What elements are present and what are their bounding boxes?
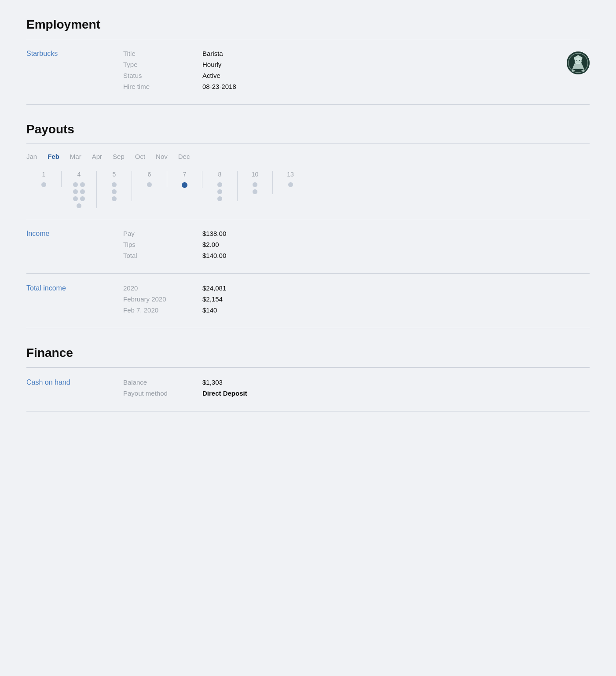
pay-value: $138.00	[202, 230, 226, 237]
balance-row: Balance $1,303	[123, 378, 590, 386]
finance-title: Finance	[26, 346, 590, 360]
starbucks-logo	[567, 51, 590, 74]
dot	[112, 182, 117, 187]
status-label: Status	[123, 72, 202, 79]
payouts-section: Payouts Jan Feb Mar Apr Sep Oct Nov Dec …	[26, 122, 590, 328]
tab-jan[interactable]: Jan	[26, 153, 37, 160]
total-income-label[interactable]: Total income	[26, 284, 123, 292]
dots-1	[41, 182, 46, 187]
dots-10	[253, 182, 257, 194]
tips-label: Tips	[123, 241, 202, 248]
dot	[253, 182, 257, 187]
cash-on-hand-label[interactable]: Cash on hand	[26, 378, 123, 386]
day-col-8: 8	[202, 171, 238, 201]
hire-time-value: 08-23-2018	[202, 83, 236, 90]
day-col-7: 7	[167, 171, 202, 188]
payout-method-value: Direct Deposit	[202, 389, 247, 397]
balance-label: Balance	[123, 378, 202, 386]
cash-on-hand-details: Balance $1,303 Payout method Direct Depo…	[123, 378, 590, 400]
employer-name[interactable]: Starbucks	[26, 50, 123, 58]
dot	[112, 196, 117, 201]
dot	[77, 203, 81, 208]
dot	[73, 182, 78, 187]
year-row: 2020 $24,081	[123, 284, 590, 292]
divider-payouts-bottom	[26, 328, 590, 328]
employer-details: Title Barista Type Hourly Status Active …	[123, 50, 554, 94]
payout-method-label: Payout method	[123, 389, 202, 397]
day-number-10: 10	[252, 171, 259, 178]
tab-feb[interactable]: Feb	[48, 153, 59, 160]
finance-section: Finance Cash on hand Balance $1,303 Payo…	[26, 346, 590, 411]
dot	[80, 189, 85, 194]
year-label: 2020	[123, 284, 202, 292]
tab-apr[interactable]: Apr	[92, 153, 102, 160]
tab-dec[interactable]: Dec	[178, 153, 190, 160]
month-value: $2,154	[202, 295, 223, 303]
day-number-1: 1	[42, 171, 46, 178]
dot	[41, 182, 46, 187]
dots-7	[182, 182, 187, 188]
day-value: $140	[202, 306, 217, 314]
cash-on-hand-row: Cash on hand Balance $1,303 Payout metho…	[26, 367, 590, 411]
employment-section: Employment Starbucks Title Barista Type …	[26, 18, 590, 105]
title-row: Title Barista	[123, 50, 554, 57]
total-income-row: Total income 2020 $24,081 February 2020 …	[26, 273, 590, 328]
dots-8	[217, 182, 222, 201]
dot	[217, 182, 222, 187]
day-number-5: 5	[113, 171, 116, 178]
tab-sep[interactable]: Sep	[113, 153, 125, 160]
month-tabs: Jan Feb Mar Apr Sep Oct Nov Dec	[26, 144, 590, 167]
tab-mar[interactable]: Mar	[70, 153, 81, 160]
dot	[288, 182, 293, 187]
dot	[217, 189, 222, 194]
day-label: Feb 7, 2020	[123, 306, 202, 314]
type-row: Type Hourly	[123, 61, 554, 68]
employment-title: Employment	[26, 18, 590, 32]
divider-finance-bottom	[26, 411, 590, 411]
dots-6	[147, 182, 152, 187]
year-value: $24,081	[202, 284, 226, 292]
dots-5	[112, 182, 117, 201]
day-number-7: 7	[183, 171, 187, 178]
pay-row: Pay $138.00	[123, 230, 590, 237]
dot	[217, 196, 222, 201]
day-col-4: 4	[62, 171, 97, 208]
day-col-1: 1	[26, 171, 62, 187]
total-income-details: 2020 $24,081 February 2020 $2,154 Feb 7,…	[123, 284, 590, 317]
title-value: Barista	[202, 50, 223, 57]
tab-oct[interactable]: Oct	[135, 153, 145, 160]
employment-row: Starbucks Title Barista Type Hourly Stat…	[26, 39, 590, 104]
tips-value: $2.00	[202, 241, 219, 248]
type-value: Hourly	[202, 61, 221, 68]
income-details: Pay $138.00 Tips $2.00 Total $140.00	[123, 230, 590, 263]
svg-point-4	[579, 60, 580, 61]
svg-point-3	[576, 60, 577, 61]
dot	[80, 182, 85, 187]
status-value: Active	[202, 72, 220, 79]
status-row: Status Active	[123, 72, 554, 79]
employer-logo-area	[554, 50, 590, 74]
payouts-title: Payouts	[26, 122, 590, 136]
title-label: Title	[123, 50, 202, 57]
type-label: Type	[123, 61, 202, 68]
divider-employment-bottom	[26, 104, 590, 105]
month-label: February 2020	[123, 295, 202, 303]
income-row: Income Pay $138.00 Tips $2.00 Total $140…	[26, 219, 590, 273]
day-col-6: 6	[132, 171, 167, 187]
day-number-13: 13	[287, 171, 294, 178]
balance-value: $1,303	[202, 378, 223, 386]
svg-point-2	[575, 58, 582, 64]
dot	[147, 182, 152, 187]
tab-nov[interactable]: Nov	[156, 153, 168, 160]
day-number-8: 8	[218, 171, 222, 178]
dot	[253, 189, 257, 194]
income-total-row: Total $140.00	[123, 252, 590, 259]
pay-label: Pay	[123, 230, 202, 237]
day-col-13: 13	[273, 171, 308, 187]
dot	[73, 189, 78, 194]
income-label[interactable]: Income	[26, 230, 123, 238]
day-col-5: 5	[97, 171, 132, 201]
tips-row: Tips $2.00	[123, 241, 590, 248]
day-number-4: 4	[77, 171, 81, 178]
day-col-10: 10	[238, 171, 273, 194]
